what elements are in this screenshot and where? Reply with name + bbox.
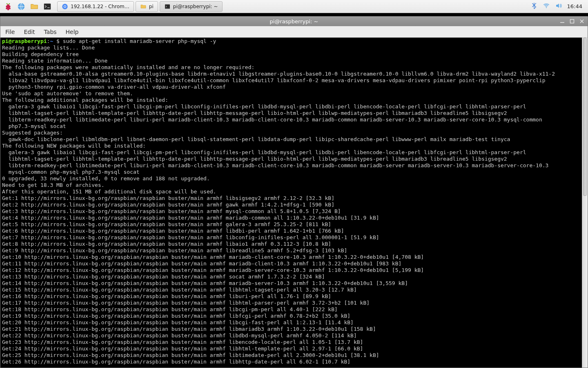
- close-button[interactable]: [579, 18, 585, 25]
- folder-icon: [140, 3, 147, 10]
- terminal-window: pi@raspberrypi: ~ File Edit Tabs Help pi…: [0, 16, 588, 368]
- task-terminal[interactable]: pi@raspberrypi: ~: [160, 1, 223, 12]
- menu-tabs[interactable]: Tabs: [44, 29, 57, 35]
- svg-point-5: [9, 7, 10, 9]
- minimize-button[interactable]: [559, 18, 566, 25]
- terminal-launcher-icon[interactable]: [42, 1, 53, 12]
- task-label: 192.168.1.22 - Chrom…: [71, 4, 129, 9]
- titlebar[interactable]: pi@raspberrypi: ~: [0, 16, 588, 26]
- menu-help[interactable]: Help: [66, 29, 79, 35]
- svg-point-6: [7, 8, 9, 10]
- launcher-area: [0, 1, 56, 12]
- svg-point-4: [6, 7, 7, 9]
- svg-rect-14: [570, 20, 574, 23]
- volume-icon[interactable]: [555, 2, 562, 11]
- task-chromium[interactable]: 192.168.1.22 - Chrom…: [57, 1, 134, 12]
- web-browser-icon[interactable]: [16, 1, 27, 12]
- bluetooth-icon[interactable]: [530, 2, 538, 11]
- menu-edit[interactable]: Edit: [24, 29, 35, 35]
- terminal-body[interactable]: pi@raspberrypi:~ $ sudo apt-get install …: [0, 38, 588, 368]
- system-tray: 16:44: [530, 2, 588, 11]
- menubar: File Edit Tabs Help: [0, 26, 588, 38]
- clock[interactable]: 16:44: [567, 3, 582, 9]
- svg-point-2: [7, 4, 9, 7]
- window-title: pi@raspberrypi: ~: [270, 18, 318, 25]
- menu-file[interactable]: File: [5, 29, 15, 35]
- terminal-icon: [164, 3, 171, 10]
- wifi-icon[interactable]: [543, 2, 550, 11]
- chrome-icon: [62, 3, 68, 10]
- terminal-text: pi@raspberrypi:~ $ sudo apt-get install …: [0, 38, 588, 365]
- scrollbar[interactable]: [582, 38, 588, 368]
- svg-rect-12: [165, 4, 170, 9]
- scrollbar-thumb[interactable]: [583, 38, 587, 196]
- file-manager-icon[interactable]: [29, 1, 40, 12]
- raspberry-menu-icon[interactable]: [2, 1, 14, 12]
- task-filemanager[interactable]: pi: [136, 1, 158, 12]
- svg-rect-8: [44, 3, 51, 9]
- task-label: pi@raspberrypi: ~: [173, 4, 218, 9]
- svg-point-13: [546, 7, 546, 8]
- taskbar: 192.168.1.22 - Chrom… pi pi@raspberrypi:…: [0, 0, 588, 13]
- maximize-button[interactable]: [569, 18, 575, 25]
- window-controls: [559, 18, 585, 25]
- task-label: pi: [149, 4, 154, 9]
- svg-point-11: [64, 6, 66, 7]
